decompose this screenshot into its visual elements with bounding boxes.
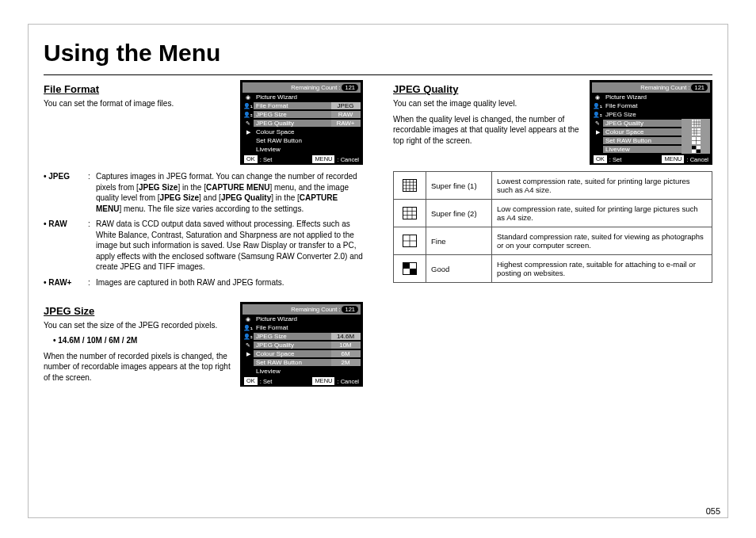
table-row: Super fine (1) Lowest compression rate, … bbox=[394, 172, 712, 200]
svg-rect-5 bbox=[696, 150, 701, 154]
person2-icon: 👤₂ bbox=[242, 110, 254, 119]
jpeg-quality-note: When the quality level is changed, the n… bbox=[393, 114, 583, 147]
sf2-icon bbox=[394, 200, 426, 227]
person1-icon: 👤₁ bbox=[242, 101, 254, 110]
left-column: File Format You can set the format of im… bbox=[44, 80, 363, 394]
table-row: Good Highest compression rate, suitable … bbox=[394, 255, 712, 283]
good-icon bbox=[394, 255, 426, 283]
right-column: JPEG Quality You can set the image quali… bbox=[393, 80, 712, 394]
svg-rect-1 bbox=[692, 128, 701, 135]
lcd-jpeg-size: Remaining Count :121 ◉👤₁👤₂✎▶ Picture Wiz… bbox=[240, 302, 363, 387]
file-format-defs: • JPEG: Captures images in JPEG format. … bbox=[44, 171, 363, 288]
lcd-footer: OK: Set MENU: Cancel bbox=[242, 154, 361, 163]
quality-table: Super fine (1) Lowest compression rate, … bbox=[393, 171, 712, 283]
svg-rect-0 bbox=[692, 120, 701, 127]
jpeg-quality-intro: You can set the image quality level. bbox=[393, 98, 583, 109]
file-format-heading: File Format bbox=[44, 83, 234, 95]
def-raw: • RAW: RAW data is CCD output data saved… bbox=[44, 219, 363, 273]
file-format-intro: You can set the format of image files. bbox=[44, 98, 234, 109]
brush-icon: ✎ bbox=[242, 119, 254, 128]
jpeg-size-note: When the number of recorded pixels is ch… bbox=[44, 351, 234, 383]
svg-rect-11 bbox=[410, 269, 417, 275]
def-rawplus: • RAW+: Images are captured in both RAW … bbox=[44, 277, 363, 288]
lcd-file-format: Remaining Count :121 ◉ 👤₁ 👤₂ ✎ ▶ Picture… bbox=[240, 80, 363, 165]
svg-rect-4 bbox=[692, 146, 697, 150]
svg-rect-7 bbox=[403, 208, 417, 219]
jpeg-size-options: • 14.6M / 10M / 6M / 2M bbox=[53, 336, 234, 345]
camera-icon: ◉ bbox=[242, 93, 254, 101]
jpeg-quality-heading: JPEG Quality bbox=[393, 83, 583, 95]
table-row: Super fine (2) Low compression rate, sui… bbox=[394, 200, 712, 227]
table-row: Fine Standard compression rate, suited f… bbox=[394, 227, 712, 255]
sf1-icon bbox=[394, 172, 426, 200]
page-title: Using the Menu bbox=[44, 40, 712, 75]
svg-rect-10 bbox=[403, 263, 410, 269]
page-number: 055 bbox=[706, 506, 720, 516]
fine-icon bbox=[394, 227, 426, 255]
play-icon: ▶ bbox=[242, 128, 254, 136]
lcd-jpeg-quality: Remaining Count :121 ◉👤₁👤₂✎▶ Picture Wiz… bbox=[590, 80, 712, 165]
jpeg-size-intro: You can set the size of the JPEG recorde… bbox=[44, 320, 234, 331]
quality-grid-icon bbox=[682, 119, 710, 128]
jpeg-size-heading: JPEG Size bbox=[44, 305, 234, 317]
def-jpeg: • JPEG: Captures images in JPEG format. … bbox=[44, 171, 363, 214]
lcd-remaining: Remaining Count :121 bbox=[242, 82, 361, 93]
